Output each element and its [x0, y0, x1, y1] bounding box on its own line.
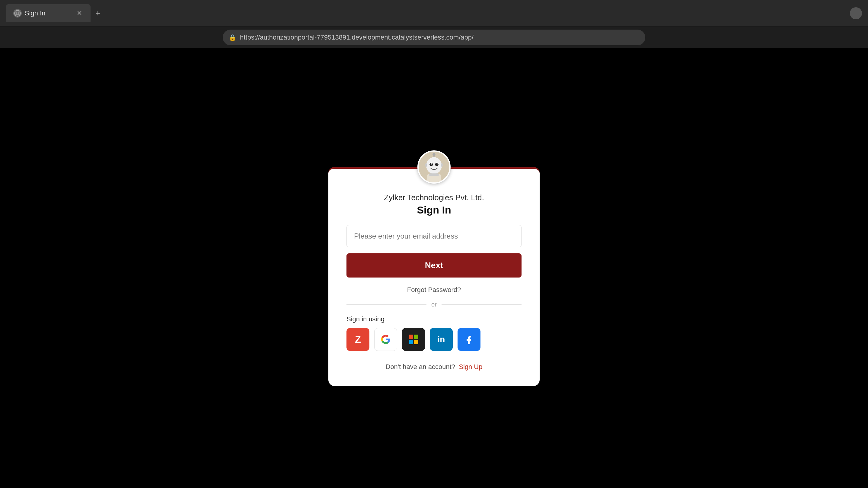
svg-rect-10	[441, 163, 443, 167]
tab-close-button[interactable]: ✕	[75, 8, 83, 19]
email-input[interactable]	[346, 225, 522, 247]
svg-point-3	[430, 163, 433, 166]
google-signin-button[interactable]	[374, 328, 397, 351]
signup-prompt-text: Don't have an account?	[386, 363, 455, 371]
linkedin-signin-button[interactable]: in	[430, 328, 453, 351]
svg-point-0	[14, 10, 21, 16]
tab-title: Sign In	[25, 9, 72, 17]
forgot-password-link[interactable]: Forgot Password?	[407, 286, 461, 294]
tab-list: Sign In ✕ +	[6, 4, 846, 22]
page-content: Zylker Technologies Pvt. Ltd. Sign In Ne…	[0, 48, 868, 488]
svg-rect-9	[425, 163, 427, 167]
microsoft-signin-button[interactable]	[402, 328, 425, 351]
active-tab[interactable]: Sign In ✕	[6, 4, 91, 22]
svg-rect-12	[429, 173, 439, 176]
facebook-signin-button[interactable]	[458, 328, 480, 351]
signup-row: Don't have an account? Sign Up	[386, 363, 483, 371]
divider: or	[346, 301, 522, 308]
browser-menu-button[interactable]	[850, 7, 862, 19]
address-bar-row: 🔒 https://authorizationportal-779513891.…	[0, 27, 868, 48]
sign-in-using-label: Sign in using	[346, 315, 384, 323]
url-text: https://authorizationportal-779513891.de…	[240, 33, 639, 41]
signin-card-wrapper: Zylker Technologies Pvt. Ltd. Sign In Ne…	[329, 150, 539, 386]
svg-point-5	[431, 163, 432, 165]
next-button[interactable]: Next	[346, 253, 522, 278]
zoho-signin-button[interactable]: Z	[346, 328, 369, 351]
svg-point-6	[436, 163, 438, 165]
signin-card: Zylker Technologies Pvt. Ltd. Sign In Ne…	[329, 167, 539, 386]
browser-tab-bar: Sign In ✕ +	[0, 0, 868, 27]
company-name: Zylker Technologies Pvt. Ltd.	[384, 193, 484, 202]
new-tab-button[interactable]: +	[93, 6, 103, 21]
svg-point-2	[426, 157, 442, 174]
lock-icon: 🔒	[229, 34, 236, 41]
signup-link[interactable]: Sign Up	[459, 363, 482, 371]
divider-text: or	[431, 301, 437, 308]
social-icons-row: Z	[346, 328, 480, 351]
tab-favicon	[13, 9, 22, 18]
svg-point-8	[433, 153, 435, 156]
avatar	[417, 150, 451, 183]
svg-point-4	[435, 163, 438, 166]
address-bar[interactable]: 🔒 https://authorizationportal-779513891.…	[223, 30, 645, 45]
signin-title: Sign In	[417, 204, 451, 216]
